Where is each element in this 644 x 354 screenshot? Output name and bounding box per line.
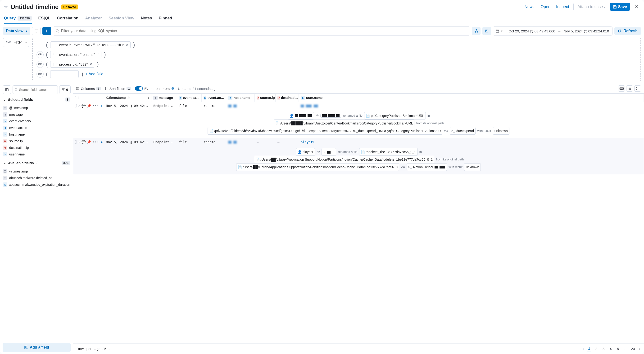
- page-1[interactable]: 1: [587, 346, 591, 352]
- col-user-name[interactable]: kuser.name: [299, 94, 644, 102]
- date-range-picker[interactable]: ▾ Oct 29, 2024 @ 03:49:43.000 → Nov 5, 2…: [493, 26, 612, 35]
- favorite-star-icon[interactable]: ☆: [4, 4, 8, 9]
- analyze-icon[interactable]: ◈: [101, 140, 102, 144]
- pin-icon[interactable]: 📌: [87, 104, 91, 108]
- more-icon[interactable]: •••: [92, 104, 99, 108]
- page-last[interactable]: 20: [630, 346, 636, 351]
- row-checkbox[interactable]: [75, 104, 77, 107]
- path-chip[interactable]: 📄 /Users/█████/Library/DuetExpertCenter/…: [274, 120, 414, 127]
- columns-button[interactable]: Columns 8: [76, 87, 101, 91]
- saved-query-button[interactable]: [482, 27, 491, 35]
- event-renderers-toggle[interactable]: [135, 86, 143, 91]
- kql-input-field[interactable]: [61, 29, 468, 33]
- field-search-input[interactable]: [12, 85, 58, 94]
- host-chip[interactable]: . .: [322, 148, 336, 156]
- page-2[interactable]: 2: [594, 346, 598, 351]
- field-item[interactable]: tmessage: [2, 111, 70, 118]
- host-chip[interactable]: [320, 114, 341, 118]
- filter-icon-button[interactable]: [32, 27, 40, 35]
- field-item[interactable]: khost.name: [2, 131, 70, 138]
- keyboard-shortcuts-button[interactable]: ⌨: [618, 85, 625, 92]
- remove-pill-icon[interactable]: ✕: [126, 43, 128, 47]
- selected-fields-header[interactable]: ⌄ Selected fields 8: [2, 95, 70, 103]
- filter-pill[interactable]: ⋮⋮process.pid: "832"✕: [50, 61, 94, 68]
- tab-correlation[interactable]: Correlation: [57, 13, 79, 24]
- process-chip[interactable]: >_ Notion Helper: [406, 163, 447, 171]
- field-item[interactable]: ipdestination.ip: [2, 145, 70, 151]
- field-item[interactable]: kevent.category: [2, 118, 70, 124]
- col-destination-ip[interactable]: ipdestinati…: [276, 94, 299, 102]
- date-to[interactable]: Nov 5, 2024 @ 09:42:24.010: [564, 29, 609, 33]
- field-item[interactable]: @timestamp: [2, 168, 70, 175]
- or-operator[interactable]: OR: [36, 51, 44, 58]
- file-chip[interactable]: 📄 todelete_1be13e777da7cc56_0_1: [359, 148, 418, 156]
- field-item[interactable]: kabusech.malware.ioc_expiration_duration: [2, 181, 70, 188]
- col-message[interactable]: tmessage: [152, 94, 177, 102]
- and-filter-dropdown[interactable]: AND Filter ▾: [3, 38, 30, 47]
- path-chip[interactable]: 📄 /private/var/folders/vb/n6vds7kd3bndtw…: [208, 127, 442, 135]
- expand-icon[interactable]: ↗: [78, 140, 80, 144]
- field-item[interactable]: kuser.name: [2, 151, 70, 157]
- user-chip[interactable]: 👤: [288, 112, 314, 120]
- new-button[interactable]: New▾: [523, 3, 536, 10]
- col-source-ip[interactable]: ipsource.ip: [255, 94, 276, 102]
- result-chip[interactable]: unknown: [464, 163, 481, 171]
- pin-icon[interactable]: 📌: [87, 140, 91, 144]
- tab-pinned[interactable]: Pinned: [159, 13, 172, 24]
- query-drop-area[interactable]: ( ⋮⋮event.id: "NmXLrML7//lOZHzL+++++1fH"…: [32, 38, 641, 81]
- available-fields-header[interactable]: ⌄ Available fields ⓘ 376: [2, 159, 70, 167]
- remove-pill-icon[interactable]: ✕: [90, 62, 92, 66]
- gear-icon[interactable]: ⚙: [171, 86, 174, 91]
- show-query-button[interactable]: [472, 27, 480, 35]
- save-button[interactable]: Save: [610, 3, 630, 11]
- display-options-button[interactable]: ⊞: [626, 85, 633, 92]
- field-filter-button[interactable]: 0: [59, 85, 70, 94]
- or-operator[interactable]: OR: [36, 70, 44, 78]
- field-item[interactable]: ipsource.ip: [2, 138, 70, 144]
- expand-icon[interactable]: ↗: [78, 104, 80, 108]
- remove-pill-icon[interactable]: ✕: [97, 53, 99, 56]
- drag-handle-icon[interactable]: ⋮⋮: [52, 43, 57, 47]
- filter-pill[interactable]: ⋮⋮event.action: "rename"✕: [50, 51, 102, 58]
- next-page[interactable]: ›: [639, 347, 640, 351]
- col-timestamp[interactable]: @timestamp ↓: [104, 94, 152, 102]
- fullscreen-button[interactable]: ⛶: [634, 85, 641, 92]
- add-filter-button[interactable]: [42, 27, 51, 35]
- inspect-button[interactable]: Inspect: [555, 3, 570, 10]
- tab-esql[interactable]: ES|QL: [38, 13, 50, 24]
- file-chip[interactable]: 📄 poiCategoryPublisherBookmarkURL: [364, 112, 426, 120]
- add-field-button[interactable]: Add a field: [2, 343, 70, 352]
- kql-search-input[interactable]: [53, 26, 470, 35]
- date-quick-select[interactable]: ▾: [493, 27, 505, 35]
- add-field-link[interactable]: + Add field: [86, 72, 103, 76]
- info-icon[interactable]: ⓘ: [36, 161, 38, 165]
- path-chip[interactable]: 📄 /Users/██/Library/Application Support/…: [254, 156, 434, 163]
- close-button[interactable]: ✕: [633, 4, 640, 10]
- sort-button[interactable]: Sort fields 1: [104, 87, 131, 91]
- field-item[interactable]: @timestamp: [2, 105, 70, 111]
- more-icon[interactable]: •••: [92, 140, 99, 144]
- page-3[interactable]: 3: [602, 346, 606, 351]
- refresh-button[interactable]: Refresh: [614, 27, 641, 35]
- page-5[interactable]: 5: [616, 346, 620, 351]
- date-from[interactable]: Oct 29, 2024 @ 03:49:43.000: [508, 29, 555, 33]
- result-chip[interactable]: unknown: [493, 127, 510, 135]
- select-all-checkbox[interactable]: [75, 96, 78, 99]
- process-chip[interactable]: >_ duetexpertd: [450, 127, 476, 135]
- col-host-name[interactable]: khost.name: [226, 94, 255, 102]
- col-event-category[interactable]: kevent.ca…: [177, 94, 202, 102]
- col-event-action[interactable]: kevent.ac…: [202, 94, 226, 102]
- analyze-icon[interactable]: ◈: [101, 104, 102, 108]
- row-checkbox[interactable]: [75, 140, 77, 144]
- user-chip[interactable]: 👤 player1: [296, 148, 315, 156]
- filter-pill[interactable]: ⋮⋮event.id: "NmXLrML7//lOZHzL+++++1fH"✕: [50, 41, 130, 48]
- notes-icon[interactable]: 💬: [82, 104, 86, 108]
- path-chip[interactable]: 📄 /Users/██/Library/Application Support/…: [236, 163, 399, 171]
- tab-notes[interactable]: Notes: [141, 13, 152, 24]
- collapse-sidebar-button[interactable]: [2, 85, 11, 94]
- page-4[interactable]: 4: [609, 346, 612, 351]
- field-item[interactable]: abusech.malware.deleted_at: [2, 175, 70, 181]
- drag-handle-icon[interactable]: ⋮⋮: [52, 53, 57, 56]
- rows-per-page[interactable]: Rows per page: 25 ⌄: [76, 347, 111, 351]
- notes-icon[interactable]: 💬: [82, 140, 86, 144]
